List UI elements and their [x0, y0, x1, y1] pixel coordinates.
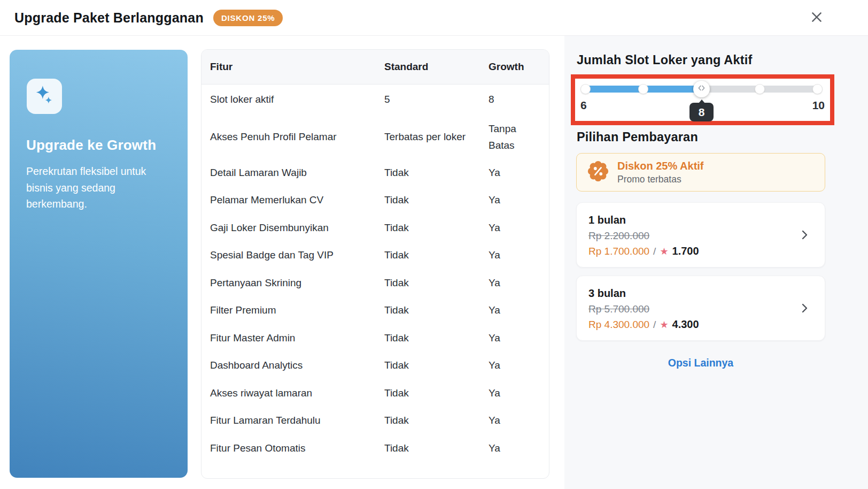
growth-value: Ya	[489, 387, 542, 399]
standard-value: Tidak	[384, 249, 489, 261]
table-row: Spesial Badge dan Tag VIP Tidak Ya	[201, 242, 549, 270]
column-header-growth: Growth	[489, 61, 542, 73]
standard-value: Tidak	[384, 387, 489, 399]
standard-value: Tidak	[384, 360, 489, 371]
slider-handle[interactable]	[693, 81, 710, 97]
growth-value: Ya	[489, 277, 542, 289]
slider-tick[interactable]	[580, 84, 591, 94]
option-duration: 3 bulan	[588, 287, 825, 300]
feature-name: Slot loker aktif	[201, 94, 384, 105]
standard-value: Tidak	[384, 415, 489, 426]
feature-name: Pertanyaan Skrining	[201, 277, 384, 289]
table-row: Akses riwayat lamaran Tidak Ya	[201, 379, 549, 407]
standard-value: Terbatas per loker	[384, 128, 489, 145]
annotation-highlight-box: 6 8 10	[571, 74, 834, 125]
growth-value: Tanpa Batas	[489, 120, 542, 154]
more-options-link[interactable]: Opsi Lainnya	[576, 357, 825, 369]
slider-value-tooltip: 8	[689, 103, 714, 121]
option-points: 4.300	[672, 318, 699, 331]
table-header-row: Fitur Standard Growth	[201, 50, 549, 85]
upgrade-subscription-modal: Upgrade Paket Berlangganan DISKON 25% Up…	[0, 0, 868, 489]
discount-badge: DISKON 25%	[213, 10, 283, 26]
slider-max-label: 10	[812, 99, 825, 112]
feature-name: Fitur Lamaran Terdahulu	[201, 415, 384, 426]
drag-chevrons-icon	[696, 83, 707, 95]
star-icon: ★	[660, 319, 668, 331]
payment-option-3-month[interactable]: 3 bulan Rp 5.700.000 Rp 4.300.000 / ★ 4.…	[576, 276, 825, 341]
slider-min-label: 6	[580, 99, 587, 112]
standard-value: Tidak	[384, 194, 489, 206]
table-row: Pelamar Memerlukan CV Tidak Ya	[201, 187, 549, 215]
column-header-standard: Standard	[384, 61, 489, 73]
growth-value: Ya	[489, 249, 542, 261]
feature-name: Akses riwayat lamaran	[201, 387, 384, 399]
option-original-price: Rp 5.700.000	[588, 303, 825, 315]
discount-active-banner: Diskon 25% Aktif Promo terbatas	[576, 153, 825, 192]
table-row: Gaji Loker Disembunyikan Tidak Ya	[201, 214, 549, 242]
growth-value: Ya	[489, 304, 542, 316]
table-row: Filter Premium Tidak Ya	[201, 297, 549, 325]
table-row: Dashboard Analytics Tidak Ya	[201, 352, 549, 380]
price-separator: /	[653, 319, 656, 331]
standard-value: Tidak	[384, 167, 489, 179]
feature-name: Fitur Pesan Otomatis	[201, 442, 384, 454]
feature-comparison-table: Fitur Standard Growth Slot loker aktif 5…	[201, 49, 549, 479]
growth-value: Ya	[489, 360, 542, 371]
page-title: Upgrade Paket Berlangganan	[14, 10, 204, 26]
chevron-right-icon	[798, 302, 811, 317]
checkout-panel: Jumlah Slot Loker yang Aktif	[564, 36, 868, 489]
discount-banner-subtitle: Promo terbatas	[617, 174, 704, 185]
star-icon: ★	[660, 246, 668, 257]
growth-value: Ya	[489, 415, 542, 426]
close-button[interactable]	[807, 8, 826, 27]
feature-name: Detail Lamaran Wajib	[201, 167, 384, 179]
slot-slider-heading: Jumlah Slot Loker yang Aktif	[577, 53, 753, 67]
standard-value: Tidak	[384, 304, 489, 316]
table-row: Fitur Lamaran Terdahulu Tidak Ya	[201, 407, 549, 435]
payment-heading: Pilihan Pembayaran	[577, 130, 698, 144]
close-icon	[810, 10, 824, 26]
option-discounted-price: Rp 4.300.000	[588, 319, 649, 331]
standard-value: Tidak	[384, 277, 489, 289]
table-row: Slot loker aktif 5 8	[201, 85, 549, 114]
option-points: 1.700	[672, 245, 699, 257]
promo-title: Upgrade ke Growth	[26, 137, 156, 154]
percent-seal-icon	[587, 161, 609, 184]
slider-tick[interactable]	[638, 84, 648, 94]
standard-value: Tidak	[384, 222, 489, 234]
table-row: Fitur Pesan Otomatis Tidak Ya	[201, 434, 549, 462]
table-row: Detail Lamaran Wajib Tidak Ya	[201, 159, 549, 187]
feature-name: Spesial Badge dan Tag VIP	[201, 249, 384, 261]
feature-name: Gaji Loker Disembunyikan	[201, 222, 384, 234]
modal-header: Upgrade Paket Berlangganan DISKON 25%	[0, 0, 868, 36]
payment-option-1-month[interactable]: 1 bulan Rp 2.200.000 Rp 1.700.000 / ★ 1.…	[576, 202, 825, 268]
growth-value: Ya	[489, 167, 542, 179]
price-separator: /	[653, 246, 656, 257]
column-header-fitur: Fitur	[201, 61, 384, 73]
sparkles-icon-box	[27, 79, 62, 114]
growth-value: Ya	[489, 194, 542, 206]
promo-description: Perekrutan fleksibel untuk bisnis yang s…	[26, 163, 172, 212]
table-row: Pertanyaan Skrining Tidak Ya	[201, 269, 549, 297]
option-original-price: Rp 2.200.000	[588, 230, 825, 242]
standard-value: Tidak	[384, 332, 489, 344]
slider-current-value: 8	[699, 106, 705, 119]
sparkles-icon	[33, 84, 56, 109]
growth-value: Ya	[489, 332, 542, 344]
growth-value: Ya	[489, 442, 542, 454]
standard-value: Tidak	[384, 442, 489, 454]
option-duration: 1 bulan	[588, 214, 825, 226]
feature-name: Pelamar Memerlukan CV	[201, 194, 384, 206]
feature-name: Filter Premium	[201, 304, 384, 316]
feature-name: Fitur Master Admin	[201, 332, 384, 344]
standard-value: 5	[384, 94, 489, 105]
feature-name: Akses Penuh Profil Pelamar	[201, 128, 384, 145]
feature-name: Dashboard Analytics	[201, 360, 384, 371]
discount-banner-title: Diskon 25% Aktif	[617, 160, 704, 172]
slot-slider[interactable]: 6 8 10	[575, 79, 830, 121]
slider-tick[interactable]	[755, 84, 765, 94]
table-row: Fitur Master Admin Tidak Ya	[201, 324, 549, 352]
growth-value: 8	[489, 94, 542, 105]
slider-tick[interactable]	[812, 84, 823, 94]
chevron-right-icon	[798, 228, 811, 243]
